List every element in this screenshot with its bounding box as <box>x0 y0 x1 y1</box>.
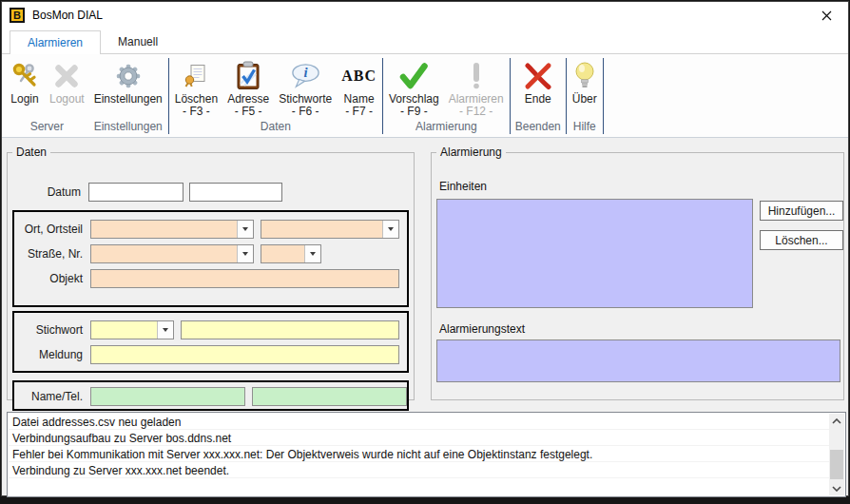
name-input[interactable] <box>90 387 245 406</box>
close-button[interactable] <box>805 2 848 29</box>
ribbon-group-hilfe: Über Hilfe <box>568 55 602 137</box>
adresse-shortcut: - F5 - <box>235 106 262 118</box>
ort-combo[interactable] <box>90 220 254 239</box>
adresse-f5-button[interactable]: Adresse - F5 - <box>222 55 274 118</box>
title-bar: B BosMon DIAL <box>2 2 848 29</box>
ribbon-separator <box>510 58 511 134</box>
meldung-label: Meldung <box>16 348 83 361</box>
stichwort-label: Stichwort <box>16 323 83 337</box>
app-icon: B <box>10 8 25 23</box>
log-row[interactable]: Datei addresses.csv neu geladen <box>9 414 829 430</box>
delete-note-icon <box>184 58 208 93</box>
ribbon-group-beenden: Ende Beenden <box>512 55 565 137</box>
ribbon-separator <box>382 58 383 134</box>
chevron-down-icon[interactable] <box>304 245 320 262</box>
log-row[interactable]: Verbindung zu Server xxx.xxx.net beendet… <box>9 462 829 478</box>
svg-text:i: i <box>303 65 307 80</box>
vorschlag-shortcut: - F9 - <box>400 106 428 118</box>
alarmierung-groupbox-title: Alarmierung <box>436 145 506 159</box>
ribbon-group-server: Login Logout Server <box>5 55 89 137</box>
stichwort-input[interactable] <box>181 320 399 339</box>
chevron-down-icon[interactable] <box>237 245 253 262</box>
main-content: Daten Datum Ort, Ortsteil Straße, <box>2 138 848 495</box>
name-tel-label: Name/Tel. <box>16 390 83 403</box>
gear-icon <box>114 58 143 93</box>
hinzufuegen-button[interactable]: Hinzufügen... <box>760 201 843 221</box>
red-x-icon <box>522 58 554 93</box>
name-shortcut: - F7 - <box>345 106 373 118</box>
group-label-server: Server <box>5 118 89 137</box>
strasse-combo[interactable] <box>90 244 254 263</box>
bulb-icon <box>573 58 596 93</box>
alarmieren-f12-button[interactable]: Alarmieren - F12 - <box>444 55 509 118</box>
objekt-input[interactable] <box>90 269 399 288</box>
group-label-beenden: Beenden <box>512 118 565 137</box>
chevron-down-icon[interactable] <box>382 221 398 238</box>
tab-bar: Alarmieren Manuell <box>2 29 848 53</box>
loeschen-f3-button[interactable]: Löschen - F3 - <box>170 55 222 118</box>
window-title: BosMon DIAL <box>32 9 103 22</box>
ribbon-toolbar: Login Logout Server <box>2 53 848 138</box>
name-f7-button[interactable]: ABC Name - F7 - <box>337 55 381 118</box>
strasse-label: Straße, Nr. <box>16 247 83 261</box>
stichworte-f6-button[interactable]: i Stichworte - F6 - <box>274 55 337 118</box>
ende-label: Ende <box>525 93 551 106</box>
einstellungen-label: Einstellungen <box>94 93 163 106</box>
address-box: Ort, Ortsteil Straße, Nr. <box>12 210 409 307</box>
alarmierungstext-area[interactable] <box>436 339 840 382</box>
einheiten-label: Einheiten <box>439 180 487 193</box>
clipboard-check-icon <box>235 58 261 93</box>
log-scrollbar[interactable] <box>829 414 844 495</box>
abc-icon: ABC <box>341 58 377 93</box>
stichwort-box: Stichwort Meldung <box>12 311 409 373</box>
ort-label: Ort, Ortsteil <box>16 223 83 236</box>
login-label: Login <box>10 93 38 106</box>
datum-input-2[interactable] <box>189 183 282 202</box>
alarmierungstext-label: Alarmierungstext <box>439 322 525 336</box>
objekt-label: Objekt <box>16 272 83 285</box>
alarmierung-groupbox: Alarmierung Einheiten Hinzufügen... Lösc… <box>431 145 844 400</box>
ribbon-group-einstellungen: Einstellungen Einstellungen <box>89 55 167 137</box>
logout-label: Logout <box>49 93 85 106</box>
tab-alarmieren[interactable]: Alarmieren <box>10 30 101 54</box>
hausnummer-combo[interactable] <box>261 244 321 263</box>
ribbon-group-daten: Löschen - F3 - Adresse - F5 - <box>170 55 381 137</box>
group-label-daten: Daten <box>170 118 381 137</box>
einstellungen-button[interactable]: Einstellungen <box>89 55 167 118</box>
stichwort-combo[interactable] <box>90 320 174 339</box>
green-check-icon <box>397 58 430 93</box>
ribbon-separator <box>168 58 169 134</box>
group-label-hilfe: Hilfe <box>568 118 602 137</box>
datum-input-1[interactable] <box>88 183 184 202</box>
chevron-down-icon[interactable] <box>237 221 253 238</box>
group-label-alarmierung: Alarmierung <box>384 118 509 137</box>
login-button[interactable]: Login <box>5 55 45 118</box>
einheiten-listbox[interactable] <box>436 199 753 308</box>
loeschen-einheit-button[interactable]: Löschen... <box>760 230 843 250</box>
close-icon <box>821 10 832 21</box>
logout-button[interactable]: Logout <box>45 55 89 118</box>
scroll-up-icon[interactable] <box>829 414 844 428</box>
scroll-down-icon[interactable] <box>829 481 844 495</box>
app-window: B BosMon DIAL Alarmieren Manuell <box>1 1 849 496</box>
info-bubble-icon: i <box>290 58 321 93</box>
ende-button[interactable]: Ende <box>517 55 559 118</box>
ueber-button[interactable]: Über <box>568 55 602 118</box>
tel-input[interactable] <box>252 387 407 406</box>
ueber-label: Über <box>572 93 597 106</box>
chevron-down-icon[interactable] <box>157 321 173 339</box>
scrollbar-thumb[interactable] <box>830 450 843 479</box>
log-row[interactable]: Verbindungsaufbau zu Server bos.ddns.net <box>9 430 829 446</box>
tab-manuell[interactable]: Manuell <box>101 30 175 53</box>
log-listbox[interactable]: Datei addresses.csv neu geladen Verbindu… <box>7 412 846 497</box>
stichworte-shortcut: - F6 - <box>292 106 319 118</box>
meldung-input[interactable] <box>90 345 399 364</box>
ribbon-group-alarmierung: Vorschlag - F9 - Alarmieren - F12 - Alar… <box>384 55 509 137</box>
datum-label: Datum <box>14 185 81 199</box>
ortsteil-combo[interactable] <box>261 220 399 239</box>
ribbon-separator <box>603 58 604 134</box>
exclamation-icon <box>469 58 484 93</box>
daten-groupbox: Daten Datum Ort, Ortsteil Straße, <box>7 145 415 400</box>
log-row[interactable]: Fehler bei Kommunikation mit Server xxx.… <box>9 446 829 462</box>
vorschlag-f9-button[interactable]: Vorschlag - F9 - <box>384 55 444 118</box>
